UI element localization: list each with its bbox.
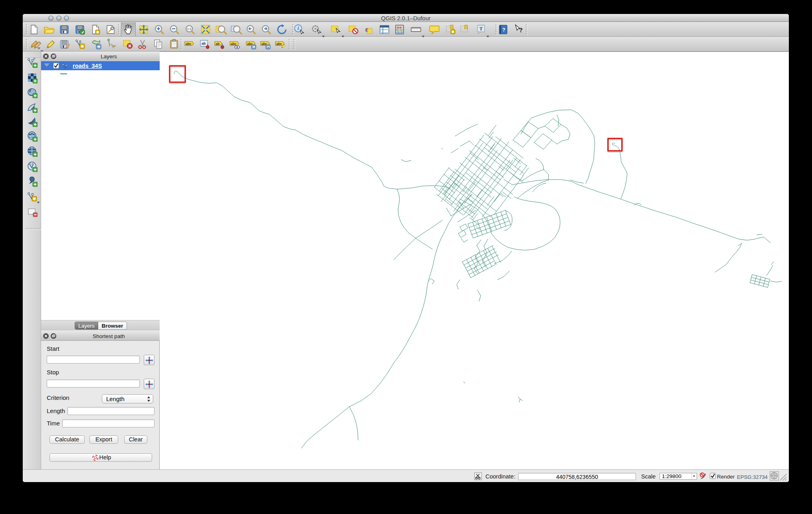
svg-text:abc: abc <box>231 42 237 46</box>
svg-text:?: ? <box>502 27 505 33</box>
svg-text:ε: ε <box>365 26 368 33</box>
svg-text:abc: abc <box>186 42 192 46</box>
svg-text:T: T <box>479 26 483 32</box>
svg-text:abc: abc <box>276 42 282 46</box>
svg-text:1:1: 1:1 <box>187 27 192 31</box>
svg-text:?: ? <box>519 26 523 34</box>
svg-text:ab: ab <box>216 42 220 46</box>
svg-text:ab: ab <box>202 42 206 45</box>
